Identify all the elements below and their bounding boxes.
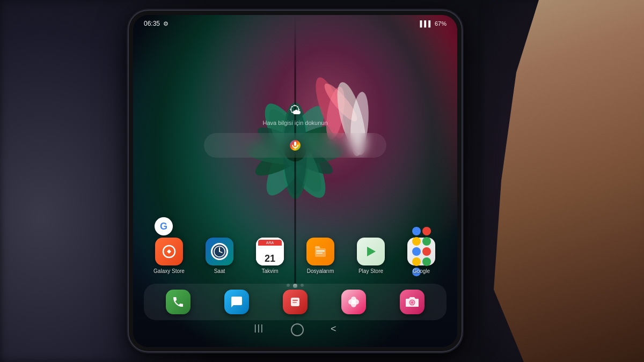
weather-icon: 🌤	[262, 104, 327, 117]
app-dosyalarim[interactable]: Dosyalarım	[301, 238, 341, 274]
settings-icon: ⚙	[163, 20, 169, 27]
nav-back-button[interactable]: <	[331, 323, 336, 336]
dock-phone[interactable]	[163, 290, 194, 314]
status-time-area: 06:35 ⚙	[144, 20, 169, 27]
svg-rect-14	[294, 142, 296, 146]
svg-rect-22	[316, 253, 323, 254]
app-label-saat: Saat	[214, 268, 225, 274]
svg-rect-25	[292, 300, 298, 301]
apps-row-1: Galaxy Store	[144, 238, 447, 274]
calendar-header: ARA	[258, 240, 282, 246]
phone-screen: 06:35 ⚙ ▌▌▌ 67% 🌤 Hava bilgisi için doku…	[133, 15, 457, 347]
dock-galaxy-flower[interactable]	[338, 290, 369, 314]
svg-rect-21	[316, 250, 325, 252]
app-label-galaxy-store: Galaxy Store	[153, 268, 185, 274]
calendar-icon: ARA 21	[256, 238, 284, 265]
google-g-icon[interactable]: G	[155, 217, 173, 235]
status-icons-area: ▌▌▌ 67%	[420, 20, 447, 27]
dock-messages[interactable]	[221, 290, 252, 314]
dock-bixby[interactable]	[280, 290, 311, 314]
nav-recent-button[interactable]: |||	[254, 323, 264, 336]
phone-device: 06:35 ⚙ ▌▌▌ 67% 🌤 Hava bilgisi için doku…	[129, 11, 462, 351]
status-bar: 06:35 ⚙ ▌▌▌ 67%	[133, 15, 457, 32]
svg-rect-26	[292, 302, 297, 303]
svg-marker-23	[367, 247, 376, 256]
nav-home-button[interactable]	[291, 323, 304, 336]
scene: 06:35 ⚙ ▌▌▌ 67% 🌤 Hava bilgisi için doku…	[0, 0, 644, 362]
signal-icon: ▌▌▌	[420, 20, 433, 27]
google-search-bar[interactable]	[204, 133, 386, 158]
navigation-bar: ||| <	[133, 323, 457, 336]
app-play-store[interactable]: Play Store	[351, 238, 391, 274]
weather-text: Hava bilgisi için dokunun	[262, 120, 327, 126]
app-label-play-store: Play Store	[358, 268, 383, 274]
app-label-google: Google	[413, 268, 430, 274]
svg-point-31	[352, 300, 356, 304]
time-display: 06:35	[144, 20, 160, 27]
app-google[interactable]: Google	[401, 238, 442, 274]
weather-widget[interactable]: 🌤 Hava bilgisi için dokunun	[262, 104, 327, 126]
calendar-date: 21	[265, 254, 275, 263]
google-mic-button[interactable]	[290, 140, 301, 151]
dock-camera[interactable]	[397, 290, 428, 314]
svg-point-33	[411, 301, 413, 304]
app-galaxy-store[interactable]: Galaxy Store	[149, 238, 189, 274]
battery-percent: 67%	[435, 20, 447, 27]
app-label-dosyalarim: Dosyalarım	[307, 268, 334, 274]
app-saat[interactable]: Saat	[200, 238, 240, 274]
app-label-takvim: Takvim	[261, 268, 278, 274]
clock-icon	[211, 243, 228, 260]
app-takvim[interactable]: ARA 21 Takvim	[250, 238, 290, 274]
